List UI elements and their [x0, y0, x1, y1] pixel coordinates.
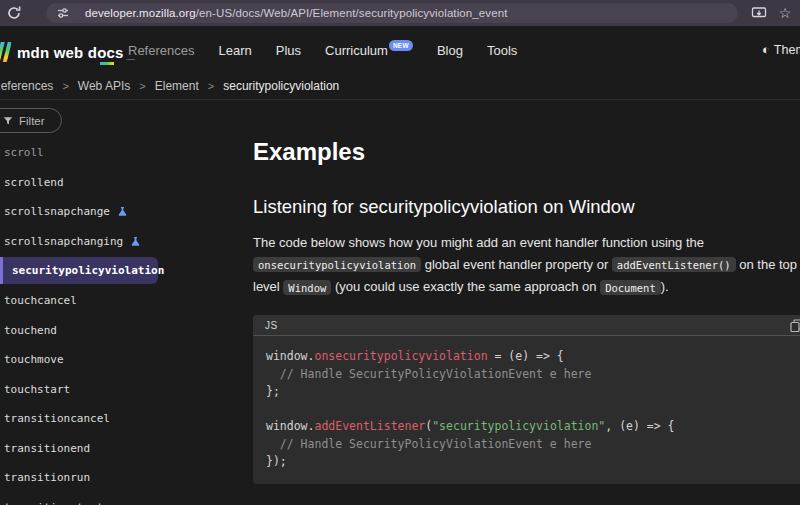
copy-icon[interactable] [790, 319, 800, 332]
paragraph-text: (you could use exactly the same approach… [331, 279, 600, 294]
url-text[interactable]: developer.mozilla.org/en-US/docs/Web/API… [85, 7, 507, 19]
sidebar-item-touchmove[interactable]: touchmove [0, 345, 253, 375]
code-token: , (e) => { [605, 419, 674, 433]
theme-label: Theme [774, 43, 800, 57]
code-token: // Handle SecurityPolicyViolationEvent e… [266, 367, 591, 381]
code-token: window. [266, 419, 314, 433]
intro-paragraph: The code below shows how you might add a… [253, 232, 800, 299]
inline-code[interactable]: Document [600, 280, 661, 295]
address-bar[interactable]: developer.mozilla.org/en-US/docs/Web/API… [46, 3, 738, 23]
code-line: // Handle SecurityPolicyViolationEvent e… [266, 366, 800, 384]
code-line: window.onsecuritypolicyviolation = (e) =… [266, 348, 800, 366]
sidebar-item-label: scrollend [4, 176, 64, 189]
code-block: JS window.onsecuritypolicyviolation = (e… [253, 315, 800, 484]
sidebar-item-transitionend[interactable]: transitionend [0, 434, 253, 464]
nav-item-curriculum[interactable]: CurriculumNEW [325, 43, 413, 58]
mdn-logo-underline [100, 62, 114, 65]
browser-toolbar: developer.mozilla.org/en-US/docs/Web/API… [0, 0, 800, 26]
sidebar-item-touchend[interactable]: touchend [0, 316, 253, 346]
sidebar-list: scrollscrollendscrollsnapchangescrollsna… [0, 138, 253, 505]
filter-label: Filter [19, 115, 45, 127]
sidebar-item-label: touchmove [4, 353, 64, 366]
mdn-logo[interactable]: mdn web docs _ [0, 40, 135, 64]
breadcrumb-item[interactable]: securitypolicyviolation [223, 79, 339, 93]
breadcrumb-item[interactable]: Web APIs [78, 79, 130, 93]
site-header: mdn web docs _ ReferencesLearnPlusCurric… [0, 26, 800, 75]
inline-code[interactable]: addEventListener() [612, 257, 736, 272]
sidebar-item-label: touchstart [4, 383, 70, 396]
sidebar-item-label: securitypolicyviolation [12, 264, 164, 277]
browser-window: developer.mozilla.org/en-US/docs/Web/API… [0, 0, 800, 505]
sidebar-item-label: transitionrun [4, 471, 90, 484]
code-token: onsecuritypolicyviolation [314, 349, 487, 363]
sidebar-item-touchstart[interactable]: touchstart [0, 375, 253, 405]
code-token: "securitypolicyviolation" [432, 419, 605, 433]
sidebar-item-label: scroll [4, 146, 44, 159]
sidebar-item-securitypolicyviolation[interactable]: securitypolicyviolation [0, 257, 158, 284]
sidebar-item-scrollsnapchange[interactable]: scrollsnapchange [0, 197, 253, 227]
code-token: addEventListener [314, 419, 425, 433]
section-title: Examples [253, 138, 365, 166]
sidebar-item-label: transitionstart [4, 501, 103, 505]
code-token: }; [266, 384, 280, 398]
code-language-label: JS [265, 320, 277, 331]
nav-item-blog[interactable]: Blog [437, 43, 463, 58]
mdn-logo-text: mdn web docs [17, 44, 124, 61]
sidebar-item-scrollend[interactable]: scrollend [0, 168, 253, 198]
sidebar-item-label: transitioncancel [4, 412, 110, 425]
breadcrumb-separator: > [139, 80, 145, 92]
code-line: }; [266, 383, 800, 401]
breadcrumb-item[interactable]: References [0, 79, 53, 93]
code-block-header: JS [253, 315, 800, 336]
sidebar-item-label: touchend [4, 324, 57, 337]
sidebar-item-transitioncancel[interactable]: transitioncancel [0, 404, 253, 434]
main-nav: ReferencesLearnPlusCurriculumNEWBlogTool… [128, 26, 517, 75]
code-token: window. [266, 349, 314, 363]
code-token: = (e) => { [488, 349, 564, 363]
nav-item-learn[interactable]: Learn [218, 43, 251, 58]
sidebar-item-transitionstart[interactable]: transitionstart [0, 493, 253, 505]
code-body[interactable]: window.onsecuritypolicyviolation = (e) =… [253, 336, 800, 471]
nav-item-tools[interactable]: Tools [487, 43, 517, 58]
url-domain: developer.mozilla.org [85, 7, 196, 19]
reload-icon[interactable] [6, 5, 22, 21]
nav-item-references[interactable]: References [128, 43, 194, 58]
sidebar-item-label: scrollsnapchange [4, 205, 110, 218]
sidebar-item-touchcancel[interactable]: touchcancel [0, 286, 253, 316]
site-settings-icon[interactable] [57, 7, 69, 19]
sidebar-item-label: transitionend [4, 442, 90, 455]
sidebar-item-transitionrun[interactable]: transitionrun [0, 463, 253, 493]
code-line: // Handle SecurityPolicyViolationEvent e… [266, 436, 800, 454]
sidebar-item-scroll[interactable]: scroll [0, 138, 253, 168]
inline-code[interactable]: Window [283, 280, 331, 295]
paragraph-text: ). [661, 279, 669, 294]
sidebar: Filter scrollscrollendscrollsnapchangesc… [0, 100, 253, 505]
breadcrumb-bar: References>Web APIs>Element>securitypoli… [0, 75, 800, 100]
theme-toggle[interactable]: ◐ Theme [762, 41, 800, 59]
new-badge: NEW [389, 40, 413, 51]
breadcrumb: References>Web APIs>Element>securitypoli… [0, 79, 339, 93]
breadcrumb-separator: > [208, 80, 214, 92]
experimental-flask-icon [117, 206, 128, 217]
code-token: }); [266, 454, 287, 468]
breadcrumb-item[interactable]: Element [155, 79, 199, 93]
filter-funnel-icon [3, 116, 13, 126]
code-line [266, 401, 800, 419]
code-line: window.addEventListener("securitypolicyv… [266, 418, 800, 436]
filter-button[interactable]: Filter [0, 108, 62, 133]
paragraph-text: The code below shows how you might add a… [253, 235, 704, 250]
nav-item-plus[interactable]: Plus [276, 43, 301, 58]
sidebar-item-label: touchcancel [4, 294, 77, 307]
main-content: Examples Listening for securitypolicyvio… [253, 100, 800, 505]
paragraph-text: global event handler property or [421, 257, 612, 272]
bookmark-star-icon[interactable]: ☆ [777, 5, 793, 21]
inline-code[interactable]: onsecuritypolicyviolation [253, 257, 421, 272]
subsection-title: Listening for securitypolicyviolation on… [253, 196, 635, 218]
send-to-device-icon[interactable] [751, 5, 767, 21]
sidebar-item-scrollsnapchanging[interactable]: scrollsnapchanging [0, 227, 253, 257]
code-token: // Handle SecurityPolicyViolationEvent e… [266, 437, 591, 451]
experimental-flask-icon [130, 236, 141, 247]
sidebar-item-label: scrollsnapchanging [4, 235, 123, 248]
url-path: /en-US/docs/Web/API/Element/securitypoli… [196, 7, 508, 19]
theme-icon: ◐ [762, 41, 770, 59]
